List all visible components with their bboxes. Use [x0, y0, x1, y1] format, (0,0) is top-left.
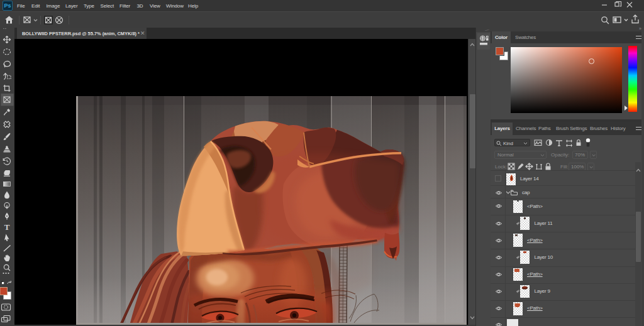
svg-text:T: T	[4, 222, 10, 232]
